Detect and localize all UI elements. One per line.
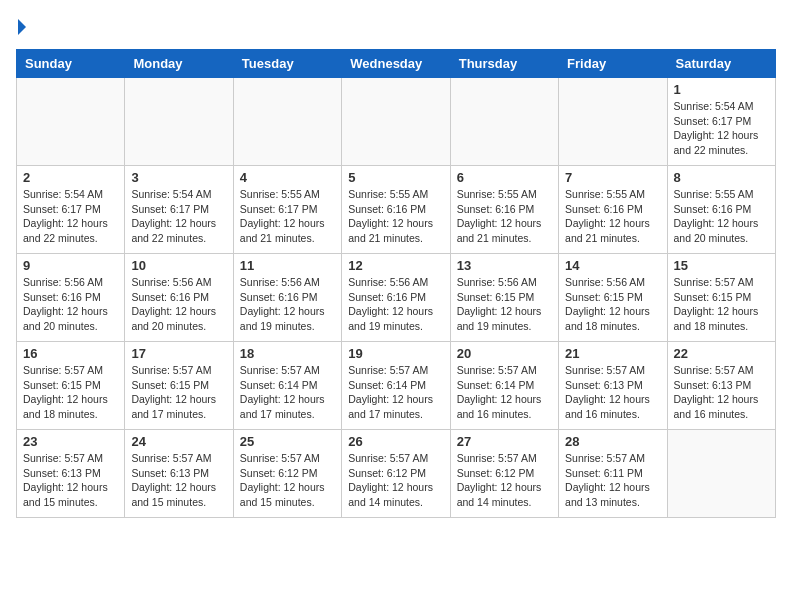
calendar-week-1: 1Sunrise: 5:54 AM Sunset: 6:17 PM Daylig… [17, 78, 776, 166]
calendar-cell [667, 430, 775, 518]
calendar-cell: 21Sunrise: 5:57 AM Sunset: 6:13 PM Dayli… [559, 342, 667, 430]
day-number: 22 [674, 346, 769, 361]
day-info: Sunrise: 5:57 AM Sunset: 6:13 PM Dayligh… [674, 363, 769, 422]
calendar-cell: 13Sunrise: 5:56 AM Sunset: 6:15 PM Dayli… [450, 254, 558, 342]
day-info: Sunrise: 5:57 AM Sunset: 6:14 PM Dayligh… [240, 363, 335, 422]
calendar-cell [450, 78, 558, 166]
calendar-header-friday: Friday [559, 50, 667, 78]
day-number: 7 [565, 170, 660, 185]
calendar-table: SundayMondayTuesdayWednesdayThursdayFrid… [16, 49, 776, 518]
day-info: Sunrise: 5:56 AM Sunset: 6:16 PM Dayligh… [23, 275, 118, 334]
day-number: 28 [565, 434, 660, 449]
calendar-header-tuesday: Tuesday [233, 50, 341, 78]
day-info: Sunrise: 5:55 AM Sunset: 6:16 PM Dayligh… [457, 187, 552, 246]
day-number: 5 [348, 170, 443, 185]
day-number: 1 [674, 82, 769, 97]
day-number: 6 [457, 170, 552, 185]
calendar-header-thursday: Thursday [450, 50, 558, 78]
day-info: Sunrise: 5:54 AM Sunset: 6:17 PM Dayligh… [23, 187, 118, 246]
day-info: Sunrise: 5:54 AM Sunset: 6:17 PM Dayligh… [131, 187, 226, 246]
calendar-cell: 1Sunrise: 5:54 AM Sunset: 6:17 PM Daylig… [667, 78, 775, 166]
calendar-cell: 23Sunrise: 5:57 AM Sunset: 6:13 PM Dayli… [17, 430, 125, 518]
calendar-cell: 15Sunrise: 5:57 AM Sunset: 6:15 PM Dayli… [667, 254, 775, 342]
day-number: 11 [240, 258, 335, 273]
day-info: Sunrise: 5:57 AM Sunset: 6:13 PM Dayligh… [23, 451, 118, 510]
day-info: Sunrise: 5:57 AM Sunset: 6:15 PM Dayligh… [674, 275, 769, 334]
day-info: Sunrise: 5:56 AM Sunset: 6:16 PM Dayligh… [348, 275, 443, 334]
day-number: 24 [131, 434, 226, 449]
day-number: 21 [565, 346, 660, 361]
calendar-cell: 22Sunrise: 5:57 AM Sunset: 6:13 PM Dayli… [667, 342, 775, 430]
calendar-cell: 14Sunrise: 5:56 AM Sunset: 6:15 PM Dayli… [559, 254, 667, 342]
logo-arrow-icon [18, 19, 26, 35]
day-info: Sunrise: 5:57 AM Sunset: 6:12 PM Dayligh… [348, 451, 443, 510]
day-info: Sunrise: 5:56 AM Sunset: 6:15 PM Dayligh… [565, 275, 660, 334]
calendar-cell [342, 78, 450, 166]
day-info: Sunrise: 5:57 AM Sunset: 6:12 PM Dayligh… [240, 451, 335, 510]
calendar-header-sunday: Sunday [17, 50, 125, 78]
calendar-week-3: 9Sunrise: 5:56 AM Sunset: 6:16 PM Daylig… [17, 254, 776, 342]
day-number: 19 [348, 346, 443, 361]
calendar-cell: 28Sunrise: 5:57 AM Sunset: 6:11 PM Dayli… [559, 430, 667, 518]
calendar-week-5: 23Sunrise: 5:57 AM Sunset: 6:13 PM Dayli… [17, 430, 776, 518]
day-number: 12 [348, 258, 443, 273]
calendar-cell: 24Sunrise: 5:57 AM Sunset: 6:13 PM Dayli… [125, 430, 233, 518]
calendar-header-wednesday: Wednesday [342, 50, 450, 78]
day-info: Sunrise: 5:55 AM Sunset: 6:16 PM Dayligh… [674, 187, 769, 246]
calendar-cell: 3Sunrise: 5:54 AM Sunset: 6:17 PM Daylig… [125, 166, 233, 254]
day-info: Sunrise: 5:57 AM Sunset: 6:15 PM Dayligh… [131, 363, 226, 422]
day-info: Sunrise: 5:56 AM Sunset: 6:16 PM Dayligh… [131, 275, 226, 334]
day-number: 4 [240, 170, 335, 185]
calendar-cell: 20Sunrise: 5:57 AM Sunset: 6:14 PM Dayli… [450, 342, 558, 430]
day-info: Sunrise: 5:57 AM Sunset: 6:14 PM Dayligh… [348, 363, 443, 422]
calendar-cell: 18Sunrise: 5:57 AM Sunset: 6:14 PM Dayli… [233, 342, 341, 430]
calendar-cell [17, 78, 125, 166]
day-number: 17 [131, 346, 226, 361]
day-number: 8 [674, 170, 769, 185]
day-info: Sunrise: 5:56 AM Sunset: 6:16 PM Dayligh… [240, 275, 335, 334]
day-number: 27 [457, 434, 552, 449]
day-info: Sunrise: 5:55 AM Sunset: 6:17 PM Dayligh… [240, 187, 335, 246]
day-info: Sunrise: 5:57 AM Sunset: 6:13 PM Dayligh… [565, 363, 660, 422]
day-number: 16 [23, 346, 118, 361]
calendar-cell: 11Sunrise: 5:56 AM Sunset: 6:16 PM Dayli… [233, 254, 341, 342]
day-info: Sunrise: 5:57 AM Sunset: 6:15 PM Dayligh… [23, 363, 118, 422]
day-info: Sunrise: 5:57 AM Sunset: 6:11 PM Dayligh… [565, 451, 660, 510]
day-number: 14 [565, 258, 660, 273]
day-info: Sunrise: 5:56 AM Sunset: 6:15 PM Dayligh… [457, 275, 552, 334]
calendar-cell: 9Sunrise: 5:56 AM Sunset: 6:16 PM Daylig… [17, 254, 125, 342]
calendar-cell: 26Sunrise: 5:57 AM Sunset: 6:12 PM Dayli… [342, 430, 450, 518]
calendar-cell: 6Sunrise: 5:55 AM Sunset: 6:16 PM Daylig… [450, 166, 558, 254]
calendar-cell [559, 78, 667, 166]
logo [16, 16, 26, 37]
day-info: Sunrise: 5:54 AM Sunset: 6:17 PM Dayligh… [674, 99, 769, 158]
calendar-cell [125, 78, 233, 166]
calendar-week-2: 2Sunrise: 5:54 AM Sunset: 6:17 PM Daylig… [17, 166, 776, 254]
day-info: Sunrise: 5:55 AM Sunset: 6:16 PM Dayligh… [565, 187, 660, 246]
day-info: Sunrise: 5:57 AM Sunset: 6:12 PM Dayligh… [457, 451, 552, 510]
day-number: 13 [457, 258, 552, 273]
calendar-cell: 5Sunrise: 5:55 AM Sunset: 6:16 PM Daylig… [342, 166, 450, 254]
calendar-cell: 10Sunrise: 5:56 AM Sunset: 6:16 PM Dayli… [125, 254, 233, 342]
calendar-header-monday: Monday [125, 50, 233, 78]
day-number: 2 [23, 170, 118, 185]
day-number: 15 [674, 258, 769, 273]
day-number: 25 [240, 434, 335, 449]
calendar-week-4: 16Sunrise: 5:57 AM Sunset: 6:15 PM Dayli… [17, 342, 776, 430]
day-number: 26 [348, 434, 443, 449]
calendar-cell: 25Sunrise: 5:57 AM Sunset: 6:12 PM Dayli… [233, 430, 341, 518]
calendar-cell: 17Sunrise: 5:57 AM Sunset: 6:15 PM Dayli… [125, 342, 233, 430]
calendar-cell: 4Sunrise: 5:55 AM Sunset: 6:17 PM Daylig… [233, 166, 341, 254]
calendar-cell [233, 78, 341, 166]
day-number: 3 [131, 170, 226, 185]
calendar-cell: 8Sunrise: 5:55 AM Sunset: 6:16 PM Daylig… [667, 166, 775, 254]
day-number: 18 [240, 346, 335, 361]
day-info: Sunrise: 5:55 AM Sunset: 6:16 PM Dayligh… [348, 187, 443, 246]
page-header [16, 16, 776, 37]
day-number: 9 [23, 258, 118, 273]
day-number: 20 [457, 346, 552, 361]
calendar-cell: 16Sunrise: 5:57 AM Sunset: 6:15 PM Dayli… [17, 342, 125, 430]
calendar-header-saturday: Saturday [667, 50, 775, 78]
calendar-cell: 12Sunrise: 5:56 AM Sunset: 6:16 PM Dayli… [342, 254, 450, 342]
calendar-cell: 19Sunrise: 5:57 AM Sunset: 6:14 PM Dayli… [342, 342, 450, 430]
